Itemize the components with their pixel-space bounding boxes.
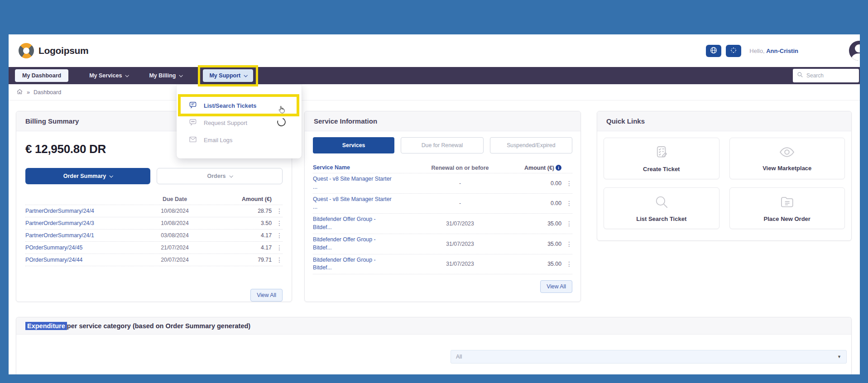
tab-due-for-renewal[interactable]: Due for Renewal [401,137,483,153]
service-table-row: Quest - v8 Site Manager Starter... - 0.0… [313,194,572,214]
category-filter-dropdown[interactable]: All ▼ [451,350,847,364]
app-header: Logoipsum Hello, Ann-Cristin [9,34,860,67]
logo-mark-icon [19,43,34,58]
menu-item-email-logs[interactable]: Email Logs [177,131,302,148]
billing-table-row: POrderSummary/24/44 20/07/2024 79.71 ⋮ [25,254,283,266]
quick-links-title: Quick Links [597,111,851,131]
row-menu-icon[interactable]: ⋮ [561,180,572,187]
quick-links-grid: Create Ticket View Marketplace List Sear… [597,131,851,235]
user-avatar[interactable] [849,41,860,61]
col-renewal: Renewal on or before [419,165,501,171]
col-service-name: Service Name [313,163,419,172]
billing-table-row: POrderSummary/24/45 21/07/2024 4.17 ⋮ [25,242,283,254]
selected-text: Expenditure [25,322,67,330]
my-support-dropdown-menu: List/Search Tickets Request Support Emai… [177,85,302,158]
row-menu-icon[interactable]: ⋮ [272,232,283,239]
chat-support-icon [188,118,197,128]
nav-item-my-services[interactable]: My Services [89,72,128,79]
quick-link-view-marketplace[interactable]: View Marketplace [729,138,845,179]
eye-icon [779,145,795,161]
service-table-row: Bitdefender Offer Group -Bitdef... 31/07… [313,234,572,254]
tab-suspended-expired[interactable]: Suspended/Expired [490,137,572,153]
service-link[interactable]: Bitdefender Offer Group -Bitdef... [313,236,419,252]
row-menu-icon[interactable]: ⋮ [272,256,283,263]
order-summary-button[interactable]: Order Summary [25,168,150,184]
service-link[interactable]: Quest - v8 Site Manager Starter... [313,196,419,212]
col-amount: Amount (€) [211,196,272,202]
nav-item-my-dashboard[interactable]: My Dashboard [15,69,68,82]
nav-item-my-billing[interactable]: My Billing [149,72,182,79]
tab-services[interactable]: Services [313,137,394,153]
currency-eu-button[interactable] [726,45,741,57]
home-icon[interactable] [16,88,23,96]
service-table-header: Service Name Renewal on or before Amount… [313,163,572,173]
order-link[interactable]: POrderSummary/24/44 [25,257,139,263]
quick-link-place-new-order[interactable]: Place New Order [729,187,845,229]
col-amount: Amount (€)i [501,165,561,171]
search-ticket-icon [654,194,669,211]
chevron-down-icon [110,174,113,177]
col-due-date: Due Date [139,196,211,202]
order-link[interactable]: PartnerOrderSummary/24/4 [25,208,139,214]
greeting-prefix: Hello, [749,48,764,54]
dropdown-arrow-icon: ▼ [837,354,841,359]
service-table-row: Bitdefender Offer Group -Bitdef... 31/07… [313,254,572,275]
menu-item-list-search-tickets[interactable]: List/Search Tickets [177,97,302,114]
billing-view-all-button[interactable]: View All [250,289,283,302]
chevron-down-icon [244,73,248,77]
billing-buttons: Order Summary Orders [25,168,283,184]
service-table-row: Bitdefender Offer Group -Bitdef... 31/07… [313,214,572,234]
service-information-card: Service Information Services Due for Ren… [304,111,581,302]
language-globe-button[interactable] [706,45,721,57]
service-link[interactable]: Quest - v8 Site Manager Starter... [313,175,419,192]
menu-item-request-support[interactable]: Request Support [177,114,302,131]
logo-text: Logoipsum [38,45,88,56]
user-name: Ann-Cristin [766,48,798,54]
row-menu-icon[interactable]: ⋮ [272,220,283,227]
billing-table-row: PartnerOrderSummary/24/4 10/08/2024 28.7… [25,205,283,217]
header-right: Hello, Ann-Cristin [706,34,860,67]
service-link[interactable]: Bitdefender Offer Group -Bitdef... [313,215,419,232]
info-icon[interactable]: i [556,165,561,171]
quick-link-list-search-ticket[interactable]: List Search Ticket [604,187,719,229]
service-view-all-button[interactable]: View All [540,280,572,293]
logo: Logoipsum [19,43,88,58]
search-box[interactable] [793,69,859,82]
nav-item-my-support[interactable]: My Support [203,69,253,82]
order-link[interactable]: POrderSummary/24/45 [25,244,139,251]
row-menu-icon[interactable]: ⋮ [561,240,572,248]
globe-icon [710,46,718,56]
row-menu-icon[interactable]: ⋮ [272,207,283,215]
eu-stars-icon [729,46,738,56]
row-menu-icon[interactable]: ⋮ [561,260,572,268]
expenditure-title: Expenditure per service category (based … [16,317,851,335]
row-menu-icon[interactable]: ⋮ [272,244,283,251]
quick-link-create-ticket[interactable]: Create Ticket [604,138,719,179]
main-navbar: My Dashboard My Services My Billing My S… [9,67,860,84]
breadcrumb: » Dashboard [9,84,860,101]
filter-value: All [456,354,462,360]
expenditure-section: Expenditure per service category (based … [16,317,852,374]
folder-order-icon [779,194,795,211]
row-menu-icon[interactable]: ⋮ [561,220,572,227]
service-table-row: Quest - v8 Site Manager Starter... - 0.0… [313,173,572,194]
service-tabs: Services Due for Renewal Suspended/Expir… [313,137,572,153]
chevron-down-icon [125,73,129,77]
breadcrumb-current: Dashboard [34,89,61,96]
service-link[interactable]: Bitdefender Offer Group -Bitdef... [313,256,419,273]
orders-button[interactable]: Orders [157,168,283,184]
chevron-down-icon [179,73,183,77]
email-icon [188,135,197,145]
expenditure-body: All ▼ [16,335,851,374]
order-link[interactable]: PartnerOrderSummary/24/1 [25,232,139,239]
nav-support-wrap: My Support [203,69,253,82]
search-input[interactable] [806,72,855,79]
row-menu-icon[interactable]: ⋮ [561,200,572,207]
breadcrumb-separator: » [27,89,30,96]
order-link[interactable]: PartnerOrderSummary/24/3 [25,220,139,226]
billing-table-row: PartnerOrderSummary/24/1 03/08/2024 4.17… [25,230,283,242]
chevron-down-icon [229,174,233,177]
create-ticket-icon [654,144,669,162]
service-information-body: Services Due for Renewal Suspended/Expir… [305,137,580,293]
billing-table-row: PartnerOrderSummary/24/3 10/08/2024 3.50… [25,217,283,230]
